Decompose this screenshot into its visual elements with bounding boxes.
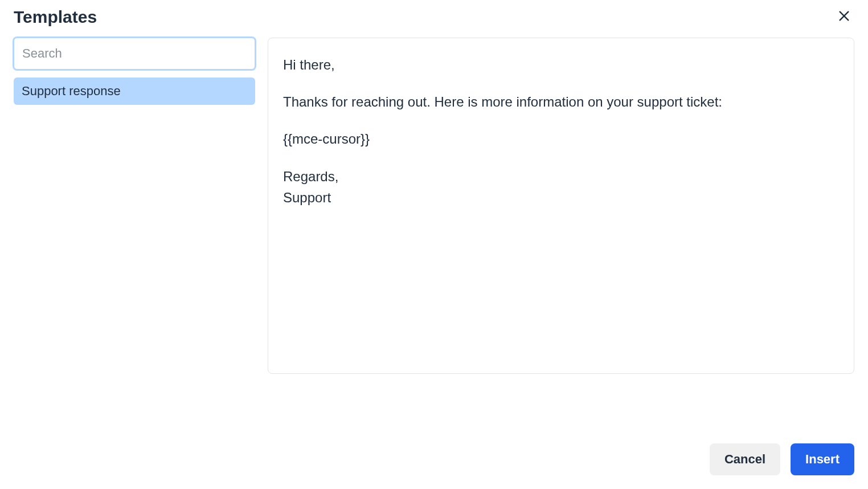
template-list: Support response: [14, 78, 255, 105]
preview-paragraph: Hi there,: [283, 54, 839, 75]
dialog-footer: Cancel Insert: [14, 396, 854, 475]
insert-button[interactable]: Insert: [791, 443, 854, 475]
template-preview: Hi there, Thanks for reaching out. Here …: [268, 38, 854, 374]
templates-dialog: Templates Support response Hi there, Tha…: [0, 0, 868, 489]
preview-paragraph: Regards, Support: [283, 166, 839, 208]
preview-paragraph: {{mce-cursor}}: [283, 128, 839, 149]
search-input[interactable]: [14, 38, 255, 70]
dialog-body: Support response Hi there, Thanks for re…: [14, 38, 854, 396]
close-icon: [838, 10, 850, 25]
close-button[interactable]: [834, 7, 854, 27]
dialog-title: Templates: [14, 7, 97, 27]
preview-paragraph: Thanks for reaching out. Here is more in…: [283, 91, 839, 112]
dialog-header: Templates: [14, 0, 854, 38]
template-item-label: Support response: [22, 84, 121, 99]
template-sidebar: Support response: [14, 38, 255, 396]
cancel-button[interactable]: Cancel: [710, 443, 780, 475]
template-item-support-response[interactable]: Support response: [14, 78, 255, 105]
